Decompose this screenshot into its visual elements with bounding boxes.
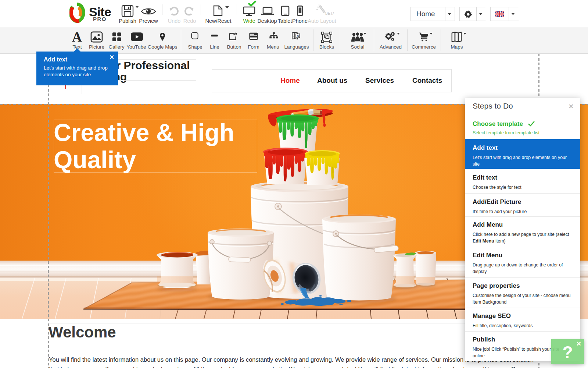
svg-text:BETA: BETA bbox=[325, 11, 334, 15]
svg-text:A: A bbox=[297, 34, 299, 38]
